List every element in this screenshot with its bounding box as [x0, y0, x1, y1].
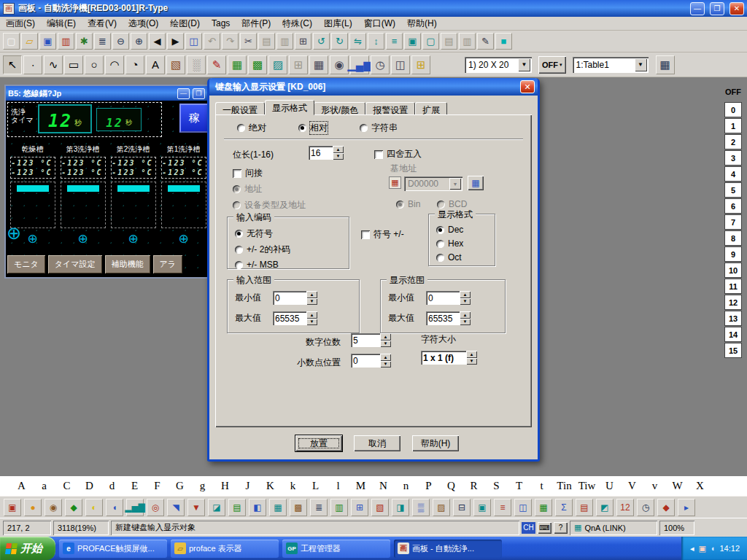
char-palette-item[interactable]: k [282, 480, 304, 492]
valve-part-icon[interactable]: ◆ [65, 499, 82, 516]
time-part-icon[interactable]: ◷ [637, 499, 654, 516]
paste-icon[interactable]: ▥ [276, 33, 293, 50]
spin-down-button[interactable]: ▼ [466, 358, 477, 365]
alarm-part-icon[interactable]: ▼ [187, 499, 205, 516]
tank-display[interactable]: 第1洗浄槽 -123 °C -123 °C ⊕ [158, 144, 207, 246]
char-palette-item[interactable]: a [33, 480, 55, 492]
list-part-icon[interactable]: ≣ [310, 499, 328, 516]
address-radio[interactable]: 地址 [233, 183, 262, 195]
ungroup-icon[interactable]: ▢ [422, 33, 439, 50]
menu-item[interactable]: 编辑(E) [41, 16, 82, 31]
device-type-radio[interactable]: 设备类型及地址 [233, 199, 306, 211]
state-cell[interactable]: 11 [724, 279, 742, 294]
hide-icons-chevron-icon[interactable]: ◂ [690, 544, 694, 553]
char-palette-item[interactable]: T [508, 480, 530, 492]
open-screen-icon[interactable]: ◫ [185, 33, 202, 50]
char-palette-item[interactable]: E [123, 480, 146, 492]
char-palette-item[interactable]: t [530, 480, 553, 492]
save-icon[interactable]: ▣ [39, 33, 56, 50]
mode-radio[interactable]: 相对 [298, 122, 328, 134]
hmi-button[interactable]: 補助機能 [105, 255, 150, 273]
table-edit-icon[interactable]: ▦ [656, 55, 675, 74]
display-format-radio[interactable]: Dec [436, 225, 463, 235]
timer-display-large[interactable]: 12 秒 [38, 104, 92, 133]
redo-icon[interactable]: ↷ [222, 33, 239, 50]
input-range-min-input[interactable]: 0 [273, 291, 306, 305]
input-code-radio[interactable]: +/- 2的补码 [235, 244, 290, 256]
tank-display[interactable]: 第3洗浄槽 -123 °C -123 °C ⊕ [58, 144, 108, 246]
menu-item[interactable]: 查看(V) [82, 16, 123, 31]
char-palette-item[interactable]: n [395, 480, 417, 492]
spin-up-button[interactable]: ▲ [333, 146, 344, 153]
menu-item[interactable]: Tags [206, 17, 236, 30]
rows-part-icon[interactable]: ▤ [576, 499, 593, 516]
char-palette-item[interactable]: L [304, 480, 327, 492]
char-palette-item[interactable]: K [259, 480, 282, 492]
off-state-button[interactable]: OFF ▾ [538, 56, 566, 74]
corner2-part-icon[interactable]: ◩ [596, 499, 614, 516]
grid-part-icon[interactable]: ▦ [269, 499, 287, 516]
help-button[interactable]: 帮助(H) [412, 435, 459, 451]
project-settings-icon[interactable]: ✱ [76, 33, 93, 50]
fill-tool-icon[interactable]: ▧ [166, 55, 185, 74]
menu-part-icon[interactable]: ≡ [494, 499, 511, 516]
bring-front-icon[interactable]: ▤ [441, 33, 457, 50]
spin-down-button[interactable]: ▼ [333, 153, 344, 160]
state-cell[interactable]: 12 [724, 295, 742, 310]
menu-item[interactable]: 帮助(H) [401, 16, 443, 31]
input-range-max-input[interactable]: 65535 [273, 311, 306, 325]
shade-part-icon[interactable]: ▧ [371, 499, 389, 516]
minimize-button[interactable]: — [690, 2, 705, 15]
minus-part-icon[interactable]: ⊟ [453, 499, 471, 516]
vertex-edit-icon[interactable]: ✎ [477, 33, 494, 50]
dither-part-icon[interactable]: ▒ [412, 499, 430, 516]
menu-item[interactable]: 选项(O) [123, 16, 164, 31]
rotate-right-icon[interactable]: ↻ [331, 33, 348, 50]
close-button[interactable]: ✕ [729, 2, 744, 15]
halftone-part-icon[interactable]: ◧ [249, 499, 266, 516]
char-palette-item[interactable]: N [372, 480, 395, 492]
rotate-left-icon[interactable]: ↺ [313, 33, 330, 50]
char-palette-item[interactable]: d [101, 480, 123, 492]
pie-tool-icon[interactable]: ◔ [125, 55, 144, 74]
duplicate-icon[interactable]: ⊞ [295, 33, 311, 50]
char-palette-item[interactable]: F [146, 480, 169, 492]
indirect-checkbox[interactable]: 间接 [233, 167, 263, 179]
lamp-part-icon[interactable]: ◉ [330, 55, 349, 74]
char-palette-item[interactable]: Q [440, 480, 462, 492]
flip-horizontal-icon[interactable]: ⇋ [349, 33, 366, 50]
digits-input[interactable]: 5 [351, 333, 380, 347]
table-part-icon[interactable]: ▤ [228, 499, 246, 516]
char-palette-item[interactable]: A [10, 480, 33, 492]
ellipse-tool-icon[interactable]: ○ [85, 55, 104, 74]
pen-color-icon[interactable]: ■ [495, 33, 512, 50]
pattern-part-icon[interactable]: ▨ [433, 499, 450, 516]
marker-tool-icon[interactable]: ✎ [207, 55, 226, 74]
cut-icon[interactable]: ✂ [240, 33, 257, 50]
spin-up-button[interactable]: ▲ [460, 311, 471, 319]
volume-icon[interactable]: ◖ [711, 544, 716, 553]
grid2-part-icon[interactable]: ▦ [535, 499, 552, 516]
spin-up-button[interactable]: ▲ [306, 311, 317, 319]
dialog-tab[interactable]: 显示格式 [265, 100, 314, 115]
spin-up-button[interactable]: ▲ [380, 354, 391, 361]
bulb-part-icon[interactable]: ◐ [85, 499, 103, 516]
arrow-part-icon[interactable]: ▸ [678, 499, 695, 516]
state-cell[interactable]: 13 [724, 311, 742, 326]
spin-down-button[interactable]: ▼ [460, 319, 471, 326]
state-cell[interactable]: 10 [724, 262, 742, 278]
cancel-button[interactable]: 取消 [354, 435, 400, 451]
char-palette-item[interactable]: X [689, 480, 711, 492]
ime-language-indicator[interactable]: CH [522, 522, 535, 534]
numeric-part-icon[interactable]: ⊞ [289, 55, 308, 74]
char-palette-item[interactable]: U [598, 480, 621, 492]
char-palette-item[interactable]: l [327, 480, 349, 492]
ime-help-icon[interactable]: ? [554, 522, 568, 534]
state-cell[interactable]: 1 [724, 118, 742, 133]
group-icon[interactable]: ▣ [404, 33, 421, 50]
char-palette-item[interactable]: J [236, 480, 259, 492]
state-cell[interactable]: 3 [724, 150, 742, 166]
picture-icon[interactable]: ▨ [268, 55, 287, 74]
hatch-part-icon[interactable]: ▩ [290, 499, 307, 516]
menu-item[interactable]: 特殊(C) [276, 16, 318, 31]
